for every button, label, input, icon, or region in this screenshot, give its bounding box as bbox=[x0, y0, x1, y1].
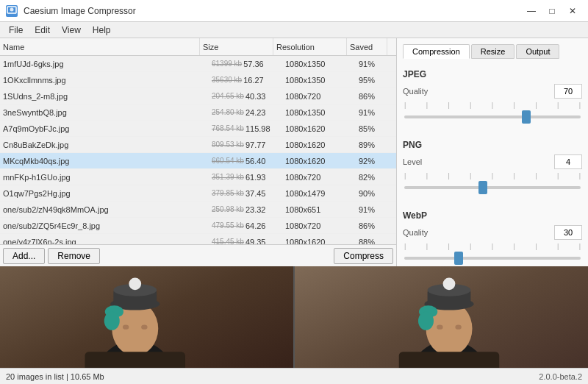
png-level-label: Level bbox=[403, 157, 550, 166]
file-saved: 95% bbox=[356, 76, 396, 85]
svg-point-26 bbox=[443, 277, 456, 290]
file-size: 809.53 kb 97.77 bbox=[209, 141, 282, 149]
file-name: one/y4z7lX6n-2s.jpg bbox=[0, 238, 209, 245]
file-list-scroll[interactable]: 1mfUJd-6gks.jpg 61399 kb 57.36 1080x1350… bbox=[0, 56, 396, 244]
svg-point-25 bbox=[418, 312, 434, 330]
jpeg-quality-input[interactable] bbox=[554, 84, 582, 99]
webp-section-title: WebP bbox=[403, 210, 582, 221]
table-row[interactable]: one/sub2/ZQ5r4Ec9r_8.jpg 479.55 kb 64.26… bbox=[0, 218, 396, 234]
table-row[interactable]: 1mfUJd-6gks.jpg 61399 kb 57.36 1080x1350… bbox=[0, 56, 396, 72]
file-resolution: 1080x1479 bbox=[282, 189, 356, 198]
webp-quality-label: Quality bbox=[403, 228, 550, 237]
file-size: 479.55 kb 64.26 bbox=[209, 221, 282, 230]
file-name: 3neSwyntbQ8.jpg bbox=[0, 108, 209, 117]
table-row[interactable]: O1qw7Pgs2Hg.jpg 379.85 kb 37.45 1080x147… bbox=[0, 185, 396, 202]
tab-compression[interactable]: Compression bbox=[403, 44, 470, 59]
webp-quality-slider[interactable] bbox=[404, 257, 581, 260]
file-saved: 92% bbox=[356, 157, 396, 166]
maximize-button[interactable]: □ bbox=[542, 4, 562, 18]
file-resolution: 1080x720 bbox=[282, 92, 356, 101]
menu-edit[interactable]: Edit bbox=[29, 24, 56, 37]
file-saved: 91% bbox=[356, 60, 396, 68]
table-row[interactable]: Cn8uBakZeDk.jpg 809.53 kb 97.77 1080x162… bbox=[0, 137, 396, 153]
table-row[interactable]: 1SUdns_2-m8.jpg 204.65 kb 40.33 1080x720… bbox=[0, 88, 396, 104]
file-resolution: 1080x1620 bbox=[282, 238, 356, 245]
menubar: File Edit View Help bbox=[0, 22, 588, 38]
table-row[interactable]: one/y4z7lX6n-2s.jpg 415.45 kb 49.35 1080… bbox=[0, 234, 396, 244]
file-size: 254.80 kb 24.23 bbox=[209, 108, 282, 117]
webp-quality-input[interactable] bbox=[554, 225, 582, 240]
preview-original bbox=[0, 266, 293, 368]
file-name: mnFKp-h1GUo.jpg bbox=[0, 173, 209, 182]
file-saved: 86% bbox=[356, 92, 396, 101]
file-name: A7q9mOybFJc.jpg bbox=[0, 124, 209, 133]
file-size: 768.54 kb 115.98 bbox=[209, 124, 282, 133]
file-list-area: Name Size Resolution Saved 1mfUJd-6gks.j… bbox=[0, 38, 397, 266]
file-resolution: 1080x1350 bbox=[282, 108, 356, 117]
table-row[interactable]: mnFKp-h1GUo.jpg 351.39 kb 61.93 1080x720… bbox=[0, 169, 396, 185]
file-name: 1mfUJd-6gks.jpg bbox=[0, 60, 209, 68]
tabs: Compression Resize Output bbox=[403, 44, 582, 59]
webp-quality-row: Quality bbox=[403, 225, 582, 240]
file-size: 35630 kb 16.27 bbox=[209, 76, 282, 85]
file-list-header: Name Size Resolution Saved bbox=[0, 38, 396, 56]
file-size: 379.85 kb 37.45 bbox=[209, 189, 282, 198]
app-icon bbox=[6, 5, 18, 17]
window-controls: — □ ✕ bbox=[522, 4, 582, 18]
png-level-slider[interactable] bbox=[404, 186, 581, 189]
status-version: 2.0.0-beta.2 bbox=[539, 372, 582, 381]
file-size: 250.98 kb 23.32 bbox=[209, 205, 282, 214]
svg-point-28 bbox=[455, 325, 461, 330]
svg-point-12 bbox=[129, 277, 141, 290]
png-slider-container: ||||||||| bbox=[403, 172, 582, 191]
table-row[interactable]: MKcqMkb40qs.jpg 660.54 kb 56.40 1080x162… bbox=[0, 153, 396, 169]
preview-compressed-image bbox=[295, 266, 588, 368]
minimize-button[interactable]: — bbox=[522, 4, 541, 18]
jpeg-section-title: JPEG bbox=[403, 69, 582, 79]
main-content: Name Size Resolution Saved 1mfUJd-6gks.j… bbox=[0, 38, 588, 384]
compress-button[interactable]: Compress bbox=[334, 248, 393, 264]
file-name: Cn8uBakZeDk.jpg bbox=[0, 141, 209, 149]
file-resolution: 1080x1620 bbox=[282, 157, 356, 166]
close-button[interactable]: ✕ bbox=[563, 4, 582, 18]
jpeg-quality-slider[interactable] bbox=[404, 115, 581, 118]
file-size: 351.39 kb 61.93 bbox=[209, 173, 282, 182]
titlebar: Caesium Image Compressor — □ ✕ bbox=[0, 0, 588, 22]
col-size: Size bbox=[200, 38, 273, 55]
menu-file[interactable]: File bbox=[3, 24, 29, 37]
png-level-input[interactable] bbox=[554, 154, 582, 169]
tab-output[interactable]: Output bbox=[516, 44, 559, 59]
file-name: MKcqMkb40qs.jpg bbox=[0, 157, 209, 166]
file-resolution: 1080x1350 bbox=[282, 76, 356, 85]
file-size: 660.54 kb 56.40 bbox=[209, 157, 282, 166]
preview-original-image bbox=[0, 266, 293, 368]
file-saved: 88% bbox=[356, 238, 396, 245]
top-section: Name Size Resolution Saved 1mfUJd-6gks.j… bbox=[0, 38, 588, 266]
col-saved: Saved bbox=[347, 38, 387, 55]
file-resolution: 1080x1350 bbox=[282, 60, 356, 68]
table-row[interactable]: 3neSwyntbQ8.jpg 254.80 kb 24.23 1080x135… bbox=[0, 104, 396, 121]
png-level-row: Level bbox=[403, 154, 582, 169]
file-saved: 90% bbox=[356, 189, 396, 198]
col-name: Name bbox=[0, 38, 200, 55]
add-button[interactable]: Add... bbox=[3, 248, 45, 264]
file-saved: 85% bbox=[356, 124, 396, 133]
tab-resize[interactable]: Resize bbox=[471, 44, 515, 59]
file-saved: 89% bbox=[356, 141, 396, 149]
table-row[interactable]: 1OKxcllmnms.jpg 35630 kb 16.27 1080x1350… bbox=[0, 72, 396, 88]
file-name: O1qw7Pgs2Hg.jpg bbox=[0, 189, 209, 198]
jpeg-quality-row: Quality bbox=[403, 84, 582, 99]
menu-help[interactable]: Help bbox=[87, 24, 117, 37]
file-name: one/sub2/ZQ5r4Ec9r_8.jpg bbox=[0, 221, 209, 230]
table-row[interactable]: A7q9mOybFJc.jpg 768.54 kb 115.98 1080x16… bbox=[0, 121, 396, 137]
menu-view[interactable]: View bbox=[56, 24, 87, 37]
file-size: 61399 kb 57.36 bbox=[209, 60, 282, 68]
table-row[interactable]: one/sub2/zN49qk8MmOA.jpg 250.98 kb 23.32… bbox=[0, 202, 396, 218]
remove-button[interactable]: Remove bbox=[48, 248, 100, 264]
preview-area bbox=[0, 266, 588, 368]
svg-point-27 bbox=[437, 325, 442, 330]
file-saved: 86% bbox=[356, 221, 396, 230]
file-size: 415.45 kb 49.35 bbox=[209, 238, 282, 245]
svg-rect-15 bbox=[85, 352, 186, 368]
preview-compressed bbox=[293, 266, 588, 368]
